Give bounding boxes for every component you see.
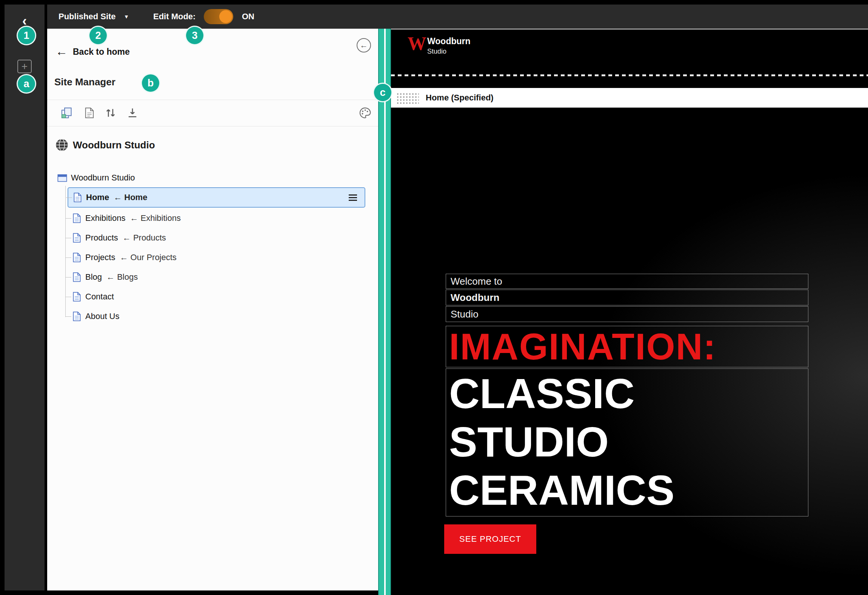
tree-connector [65,186,66,317]
tree-row-contact[interactable]: Contact [68,287,365,307]
page-icon [73,253,81,262]
tree-row-home[interactable]: Home ← Home [68,187,365,208]
tree-row-name: Contact [85,292,114,302]
page-icon [73,292,81,302]
tree-row-name: Products [85,233,118,243]
palette-icon[interactable] [359,107,371,119]
site-manager-panel: ← Back to home ← Site Manager [47,29,378,590]
annotation-badge-1: 1 [17,26,36,45]
annotation-badge-b: b [141,73,160,93]
tree-row-name: Blog [85,272,102,282]
edit-mode-toggle[interactable] [204,9,233,24]
page-component-bar: Home (Specified) [391,88,868,108]
plus-icon: + [22,60,28,72]
site-title-row: Woodburn Studio [55,137,155,153]
tree-root-label: Woodburn Studio [71,173,135,183]
drag-handle-icon[interactable] [396,92,419,104]
globe-icon [55,139,68,151]
import-icon[interactable] [126,107,139,119]
add-page-icon[interactable] [61,107,73,119]
tree-row-about-us[interactable]: About Us [68,307,365,326]
preview-site-header: W Woodburn Studio [391,29,868,74]
component-dashed-border [391,74,868,76]
back-arrow-icon[interactable]: ← [55,45,68,59]
tree-row-name: Projects [85,253,115,262]
hero-text-studio[interactable]: Studio [446,306,808,322]
tree-row-name: Exhibitions [85,213,125,223]
tree-row-blog[interactable]: Blog ← Blogs [68,267,365,287]
tree-root-row[interactable]: Woodburn Studio [57,170,135,185]
tree-row-exhibitions[interactable]: Exhibitions ← Exhibitions [68,208,365,228]
divider-line [47,126,378,126]
tree-row-products[interactable]: Products ← Products [68,228,365,248]
brand-name: Woodburn [427,36,471,46]
annotation-badge-c: c [373,83,392,102]
hero-headline-red[interactable]: IMAGINATION: [446,326,808,367]
collapse-panel-button[interactable]: ← [357,38,371,52]
collapse-arrow-icon: ← [360,41,368,50]
tree-row-alias: ← Products [123,233,166,243]
hero-text-welcome[interactable]: Welcome to [446,274,808,289]
site-title: Woodburn Studio [73,139,155,151]
tree-row-projects[interactable]: Projects ← Our Projects [68,248,365,267]
edit-page-icon[interactable] [83,107,95,119]
panel-title: Site Manager [54,76,115,88]
move-arrows-icon[interactable] [105,107,117,119]
panel-resize-handle[interactable] [378,29,391,595]
chevron-down-icon[interactable]: ▼ [124,5,129,29]
page-icon [73,311,81,321]
annotation-badge-a: a [17,74,36,94]
tree-row-alias: ← Home [114,193,147,202]
edit-mode-state: ON [242,5,254,29]
brand-subtitle: Studio [427,48,446,55]
site-root-icon [57,174,67,182]
page-preview: W Woodburn Studio Home (Specified) Welco… [391,29,868,595]
hero-headline-main[interactable]: CLASSIC STUDIO CERAMICS [446,368,808,516]
menu-icon[interactable] [349,194,357,201]
page-component-label: Home (Specified) [426,93,494,103]
add-app-button[interactable]: + [17,60,32,73]
page-icon [74,193,82,202]
back-to-home-link[interactable]: Back to home [73,47,130,57]
toggle-knob-icon [219,10,232,23]
tree-row-name: About Us [85,311,120,321]
tree-row-alias: ← Exhibitions [130,213,181,223]
published-site-dropdown[interactable]: Published Site [58,5,116,29]
page-icon [73,272,81,282]
brand-logo-icon: W [408,32,426,54]
page-icon [73,233,81,243]
page-icon [73,213,81,223]
tree-row-alias: ← Our Projects [120,253,176,262]
edit-mode-label: Edit Mode: [153,5,195,29]
annotation-badge-3: 3 [185,26,205,45]
top-bar: Published Site ▼ Edit Mode: ON [47,5,868,29]
divider-line [47,100,378,100]
annotation-badge-2: 2 [88,26,108,45]
hero-text-woodburn[interactable]: Woodburn [446,290,808,305]
tree-row-alias: ← Blogs [106,272,138,282]
see-project-button[interactable]: SEE PROJECT [444,524,536,554]
tree-row-name: Home [86,193,109,202]
